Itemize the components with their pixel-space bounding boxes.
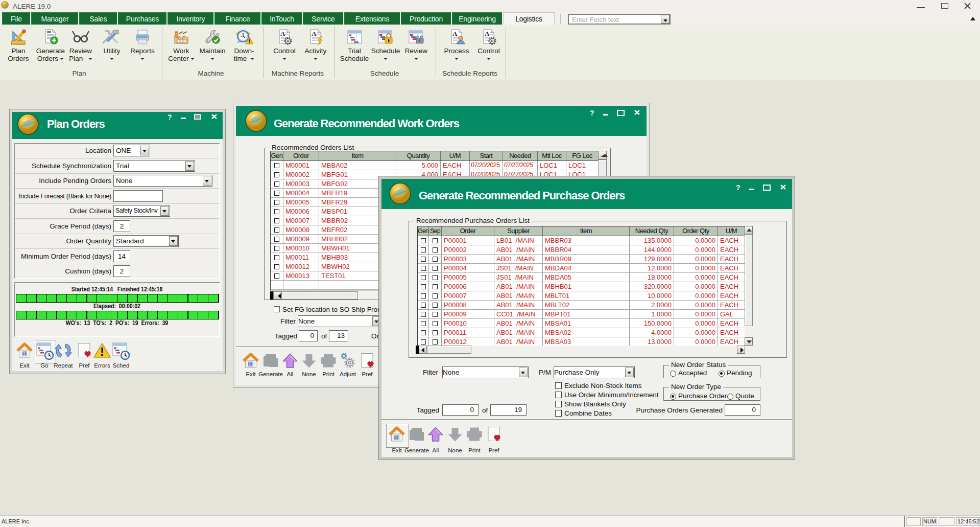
svg-text:A: A	[312, 30, 317, 37]
svg-text:A: A	[485, 30, 490, 37]
svg-text:A: A	[452, 30, 458, 37]
svg-text:A: A	[280, 30, 285, 37]
